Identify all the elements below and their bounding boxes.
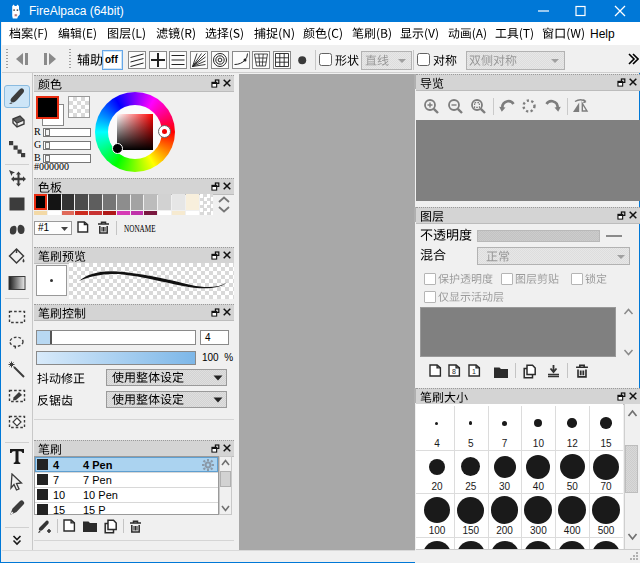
svg-text:8: 8	[452, 368, 456, 375]
svg-text:1: 1	[472, 368, 476, 375]
